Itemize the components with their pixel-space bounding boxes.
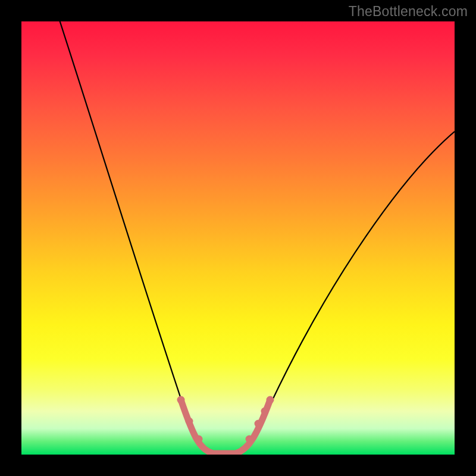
valley-dot-icon (246, 436, 253, 443)
curve-overlay (21, 21, 455, 455)
watermark-text: TheBottleneck.com (349, 4, 468, 20)
bottleneck-curve (54, 21, 455, 453)
valley-dot-icon (186, 418, 193, 425)
valley-dot-icon (195, 436, 203, 443)
valley-dot-icon (255, 420, 262, 428)
valley-dot-icon (177, 396, 185, 404)
valley-dot-icon (267, 396, 274, 404)
valley-dot-icon (261, 408, 269, 415)
chart-frame: TheBottleneck.com (0, 0, 476, 476)
plot-area (21, 21, 455, 455)
